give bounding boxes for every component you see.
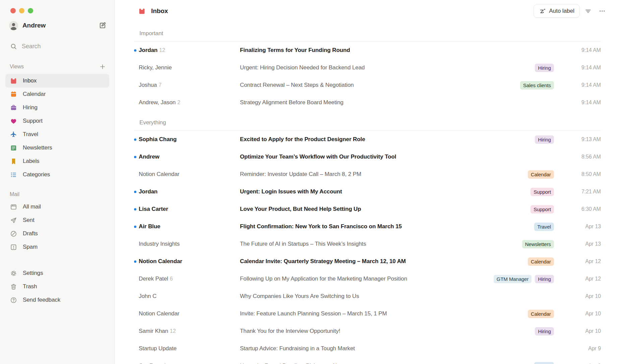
email-sender: Startup Update [139, 345, 240, 352]
label-tag-calendar[interactable]: Calendar [528, 257, 554, 266]
sidebar: Andrew Search Views InboxCalendarHiringS… [0, 0, 115, 364]
main-header: Inbox Auto label [115, 0, 630, 22]
email-row[interactable]: Notion CalendarReminder: Investor Update… [134, 166, 601, 183]
email-row[interactable]: JordanUrgent: Login Issues with My Accou… [134, 183, 601, 200]
email-subject: Optimize Your Team’s Workflow with Our P… [240, 154, 554, 160]
email-row[interactable]: Notion CalendarInvite: Feature Launch Pl… [134, 305, 601, 322]
email-subject: Excited to Apply for the Product Designe… [240, 136, 535, 143]
more-icon[interactable] [596, 5, 608, 17]
email-row[interactable]: Jordan12Finalizing Terms for Your Fundin… [134, 42, 601, 59]
label-tag-support[interactable]: Support [530, 188, 554, 196]
unread-dot [134, 191, 136, 193]
unread-dot-slot [134, 208, 139, 210]
email-row[interactable]: Car RentalsUpgrade: Rental Details – Pic… [134, 357, 601, 364]
close-window-button[interactable] [10, 8, 16, 13]
email-row[interactable]: Startup UpdateStartup Advice: Fundraisin… [134, 340, 601, 357]
email-tags: Support [530, 205, 554, 214]
email-tags: Hiring [535, 327, 554, 336]
compose-icon[interactable] [98, 21, 107, 30]
sidebar-item-labels[interactable]: Labels [5, 155, 109, 168]
email-row[interactable]: John CWhy Companies Like Yours Are Switc… [134, 288, 601, 305]
email-sender: Lisa Carter [139, 206, 240, 213]
email-sender: Andrew, Jason2 [139, 99, 240, 106]
email-row[interactable]: Andrew, Jason2Strategy Alignment Before … [134, 94, 601, 111]
inbox-icon [10, 77, 17, 84]
email-sender: Notion Calendar [139, 171, 240, 178]
sidebar-item-all-mail[interactable]: All mail [5, 200, 109, 214]
filter-icon[interactable] [582, 5, 594, 17]
sidebar-item-categories[interactable]: Categories [5, 168, 109, 181]
drafts-icon [10, 230, 17, 237]
sidebar-item-calendar[interactable]: Calendar [5, 87, 109, 101]
search-input[interactable]: Search [0, 43, 115, 50]
email-time: 9:14 AM [564, 47, 601, 53]
email-time: 9:14 AM [564, 100, 601, 106]
sidebar-item-drafts[interactable]: Drafts [5, 227, 109, 240]
email-tags: Sales clients [520, 81, 554, 89]
zoom-window-button[interactable] [28, 8, 33, 13]
bookmark-icon [10, 158, 17, 165]
label-tag-hiring[interactable]: Hiring [535, 135, 554, 144]
add-view-button[interactable] [98, 62, 107, 71]
email-row[interactable]: Ricky, JennieUrgent: Hiring Decision Nee… [134, 59, 601, 76]
email-time: Apr 10 [564, 311, 601, 317]
label-tag-support[interactable]: Support [530, 205, 554, 214]
email-time: Apr 12 [564, 276, 601, 282]
label-tag-gtm-manager[interactable]: GTM Manager [494, 275, 532, 283]
sidebar-item-spam[interactable]: Spam [5, 240, 109, 254]
profile-row: Andrew [0, 13, 115, 30]
email-row[interactable]: Industry InsightsThe Future of AI in Sta… [134, 235, 601, 253]
sidebar-item-sent[interactable]: Sent [5, 214, 109, 227]
email-row[interactable]: Notion CalendarCalendar Invite: Quarterl… [134, 253, 601, 270]
sidebar-item-newsletters[interactable]: Newsletters [5, 141, 109, 155]
label-tag-calendar[interactable]: Calendar [528, 170, 554, 179]
sidebar-item-label: Trash [23, 283, 37, 290]
sidebar-item-support[interactable]: Support [5, 114, 109, 128]
email-row[interactable]: AndrewOptimize Your Team’s Workflow with… [134, 148, 601, 166]
thread-count: 6 [170, 276, 173, 282]
label-tag-hiring[interactable]: Hiring [535, 327, 554, 336]
sidebar-item-hiring[interactable]: Hiring [5, 101, 109, 114]
mail-section-label: Mail [10, 191, 107, 197]
sidebar-item-label: Drafts [23, 230, 38, 237]
sidebar-item-settings[interactable]: Settings [5, 266, 109, 280]
email-time: 8:50 AM [564, 171, 601, 177]
window-controls [0, 0, 115, 13]
account-name[interactable]: Andrew [22, 22, 98, 29]
label-tag-newsletters[interactable]: Newsletters [522, 240, 554, 248]
briefcase-icon [10, 104, 17, 111]
sidebar-item-label: Spam [23, 244, 38, 250]
auto-label-button[interactable]: Auto label [533, 4, 580, 18]
label-tag-travel[interactable]: Travel [534, 362, 554, 364]
email-row[interactable]: Lisa CarterLove Your Product, But Need H… [134, 200, 601, 218]
avatar[interactable] [9, 21, 18, 30]
email-row[interactable]: Joshua7Contract Renewal – Next Steps & N… [134, 76, 601, 94]
label-tag-hiring[interactable]: Hiring [535, 275, 554, 283]
email-subject: Upgrade: Rental Details – Pick up at Air… [240, 363, 534, 364]
email-row[interactable]: Air BlueFlight Confirmation: New York to… [134, 218, 601, 235]
sidebar-item-travel[interactable]: Travel [5, 128, 109, 141]
email-time: Apr 13 [564, 224, 601, 230]
email-time: Apr 10 [564, 293, 601, 299]
unread-dot [134, 208, 136, 210]
email-tags: GTM ManagerHiring [494, 275, 554, 283]
email-row[interactable]: Sophia ChangExcited to Apply for the Pro… [134, 131, 601, 148]
label-tag-calendar[interactable]: Calendar [528, 310, 554, 318]
email-time: 7:21 AM [564, 189, 601, 195]
sidebar-item-trash[interactable]: Trash [5, 280, 109, 293]
label-tag-sales-clients[interactable]: Sales clients [520, 81, 554, 89]
email-row[interactable]: Derek Patel6Following Up on My Applicati… [134, 270, 601, 288]
minimize-window-button[interactable] [19, 8, 24, 13]
label-tag-travel[interactable]: Travel [534, 223, 554, 231]
email-subject: Following Up on My Application for the M… [240, 276, 494, 282]
email-sender: Notion Calendar [139, 310, 240, 317]
email-sender: Industry Insights [139, 241, 240, 247]
email-row[interactable]: Samir Khan12Thank You for the Interview … [134, 322, 601, 340]
sidebar-item-label: Sent [23, 217, 35, 224]
auto-label-button-label: Auto label [549, 8, 574, 14]
email-tags: Hiring [535, 64, 554, 72]
sidebar-item-inbox[interactable]: Inbox [5, 74, 109, 87]
label-tag-hiring[interactable]: Hiring [535, 64, 554, 72]
sidebar-item-label: Newsletters [23, 144, 52, 151]
sidebar-item-send-feedback[interactable]: Send feedback [5, 293, 109, 307]
